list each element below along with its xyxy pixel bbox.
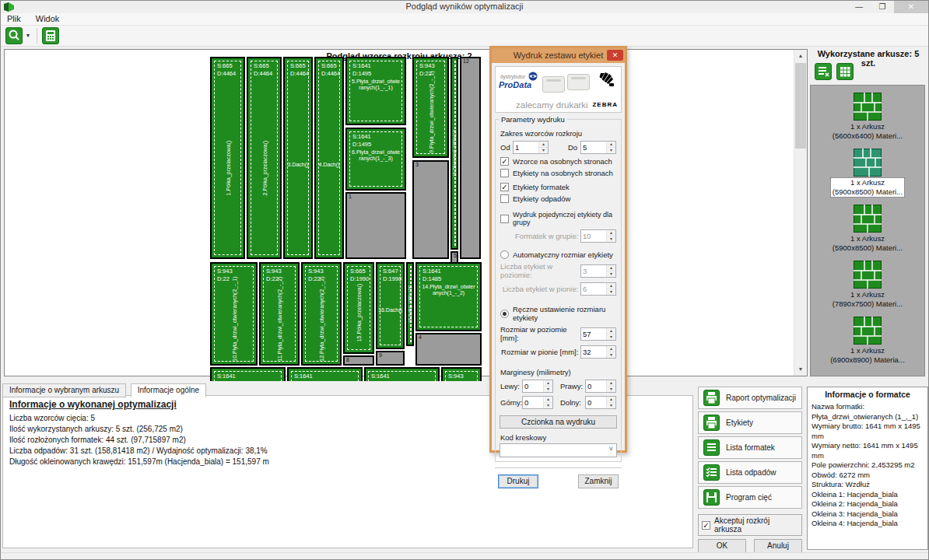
calculate-button[interactable] (42, 27, 59, 44)
patterns-separate-pages-checkbox[interactable]: ✓ (500, 157, 509, 166)
manual-size-radio[interactable] (500, 310, 509, 318)
cancel-button[interactable]: Anuluj (754, 539, 802, 553)
sheet-item[interactable]: 1 x Arkusz(5900x8500) Materi... (811, 198, 924, 254)
margin-left-input[interactable] (523, 380, 543, 392)
print-font-button[interactable]: Czcionka na wydruku (500, 415, 617, 429)
minimize-button[interactable]: — (847, 1, 871, 13)
margin-right-input[interactable] (586, 380, 606, 392)
spinner-arrows-icon[interactable] (538, 142, 548, 153)
sheet-item[interactable]: 1 x Arkusz(6900x8900) Materia... (811, 310, 924, 366)
scroll-down-arrow-icon[interactable]: ▼ (794, 363, 807, 376)
diagram-piece[interactable]: S:943 D:2210.Płyta_drzwi_otwieranych(2_-… (210, 262, 258, 366)
dialog-close-button[interactable]: ✕ (607, 50, 623, 61)
part-info-line: Okleina 3: Hacjenda_biala (812, 509, 924, 520)
vertical-scrollbar[interactable]: ▲ ▼ (794, 50, 807, 376)
spinner-arrows-icon[interactable] (606, 397, 615, 408)
spinner-arrows-icon[interactable] (606, 380, 615, 392)
margin-bottom-label: Dolny: (560, 398, 585, 407)
spinner-arrows-icon[interactable] (606, 328, 615, 340)
label-height-input[interactable] (581, 346, 606, 358)
diagram-waste: 1 (345, 192, 406, 259)
label-width-input[interactable] (581, 328, 606, 340)
sheet-item[interactable]: 1 x Arkusz(7890x7500) Materi... (811, 254, 924, 310)
piece-dims: S:665 D:4464 (285, 58, 311, 78)
labels-vertical-input[interactable] (581, 283, 606, 295)
printer-image (542, 76, 565, 93)
menu-plik[interactable]: Plik (1, 13, 27, 24)
diagram-piece[interactable]: S:1641 D:1485 (287, 367, 363, 381)
barcode-combobox[interactable] (500, 443, 617, 457)
piece-dims: S:665 D:4464 (248, 58, 280, 78)
dialog-close-button-bottom[interactable]: Zamknij (578, 474, 619, 488)
diagram-piece[interactable]: S:943 D:22 (441, 367, 482, 381)
diagram-piece[interactable]: S:1641 D:1485 (364, 367, 440, 381)
diagram-piece[interactable]: S:647 D:199016.Dach() (376, 262, 405, 349)
diagram-piece[interactable]: S:943 D:2212.Płyta_drzwi_otwieranych(2_-… (301, 262, 342, 366)
group-count-input[interactable] (581, 230, 606, 242)
button-label: Etykiety (726, 418, 753, 427)
margin-bottom-input[interactable] (586, 397, 606, 408)
diagram-piece[interactable]: S:943 D:229.Płyta_drzwi_otwieranych(2_-_… (412, 57, 449, 158)
tab-general-info[interactable]: Informacje ogólne (131, 383, 207, 397)
diagram-piece[interactable]: 18.Obrzezne() 1060x110 (450, 57, 458, 250)
part-labels-checkbox[interactable]: ✓ (500, 183, 509, 191)
diagram-piece[interactable]: 19.Sufit() 1090x100 (406, 262, 414, 346)
diagram-piece[interactable]: S:665 D:44643.Dach() (283, 57, 313, 259)
diagram-piece[interactable]: S:665 D:44644.Dach() (314, 57, 344, 259)
dialog-title-bar[interactable]: Wydruk zestawu etykiet ✕ (492, 48, 625, 63)
menu-widok[interactable]: Widok (30, 13, 66, 24)
piece-name: 19.Sufit() 1090x100 (408, 285, 412, 323)
spinner-arrows-icon[interactable] (543, 380, 552, 392)
labels-button[interactable]: Etykiety (698, 411, 802, 434)
scroll-up-arrow-icon[interactable]: ▲ (794, 50, 807, 62)
piece-name: 10.Płyta_drzwi_otwieranych(2_-_1) (231, 276, 237, 361)
spinner-arrows-icon[interactable] (543, 397, 552, 408)
labels-separate-pages-checkbox[interactable] (500, 169, 509, 177)
piece-dims: S:1641 D:1485 (289, 369, 361, 381)
zoom-dropdown-arrow[interactable]: ▼ (23, 27, 33, 44)
spinner-arrows-icon[interactable] (606, 346, 615, 358)
sheet-list-report-button[interactable] (815, 63, 832, 80)
sheet-item[interactable]: 1 x Arkusz(5600x6400) Materi... (811, 86, 924, 142)
zoom-tool-button[interactable] (5, 27, 23, 44)
diagram-piece[interactable]: S:1641 D:1485 (210, 367, 286, 381)
close-button[interactable]: ✕ (894, 1, 928, 13)
checkbox-label: Etykiety formatek (513, 183, 570, 191)
parts-list-button[interactable]: Lista formatek (698, 436, 802, 459)
diagram-piece[interactable]: S:943 D:2211.Płyta_drzwi_otwieranych(2_-… (259, 262, 300, 366)
group-count-label: Formatek w grupie: (515, 232, 578, 240)
to-input[interactable] (581, 142, 606, 153)
diagram-piece[interactable]: S:665 D:44641.Półka_przelaczowa() (210, 57, 245, 259)
list-icon (703, 439, 720, 456)
diagram-piece[interactable]: S:1641 D:148514.Płyta_drzwi_otwieranych(… (415, 262, 482, 331)
report-button[interactable]: Raport optymalizacji (698, 387, 802, 409)
margin-top-input[interactable] (523, 397, 543, 408)
print-button[interactable]: Drukuj (498, 474, 538, 488)
checkbox-label: Etykiety na osobnych stronach (513, 169, 613, 177)
button-label: Lista formatek (726, 443, 775, 452)
diagram-piece[interactable]: S:665 D:44642.Półka_przelaczowa() (247, 57, 282, 259)
ok-button[interactable]: OK (698, 539, 746, 553)
accept-layout-checkbox[interactable]: ✓ (702, 521, 710, 530)
waste-number: 4 (419, 334, 422, 340)
piece-name: 14.Płyta_drzwi_otwieranych(1_-_2) (417, 284, 480, 297)
diagram-piece[interactable]: S:665 D:199015.Półka_przelaczowa() (343, 262, 374, 354)
auto-size-radio[interactable] (500, 250, 509, 259)
sheet-grid-view-button[interactable] (836, 63, 854, 80)
single-label-per-group-checkbox[interactable] (500, 215, 509, 223)
piece-name: 5.Płyta_drzwi_otwieranych(1_-_1) (347, 79, 405, 92)
cutting-program-button[interactable]: Program cięć (698, 486, 802, 509)
sheet-item-selected[interactable]: 1 x Arkusz(5900x8500) Materi... (811, 142, 924, 198)
tab-selected-sheet-info[interactable]: Informacje o wybranym arkuszu (2, 383, 126, 397)
waste-labels-checkbox[interactable] (500, 194, 509, 203)
from-input[interactable] (514, 142, 538, 153)
piece-name: 11.Płyta_drzwi_otwieranych(2_-_2) (277, 277, 282, 362)
labels-horizontal-input[interactable] (581, 265, 606, 277)
maximize-button[interactable]: ❐ (871, 1, 894, 13)
diagram-piece[interactable]: S:1641 D:14955.Płyta_drzwi_otwieranych(1… (345, 57, 406, 125)
spinner-arrows-icon[interactable] (606, 142, 615, 153)
waste-list-button[interactable]: Lista odpadów (698, 461, 802, 484)
piece-dims: S:647 D:1990 (377, 264, 403, 283)
scrollbar-thumb[interactable] (795, 63, 806, 149)
diagram-piece[interactable]: S:1641 D:14956.Płyta_drzwi_otwieranych(1… (345, 128, 406, 191)
